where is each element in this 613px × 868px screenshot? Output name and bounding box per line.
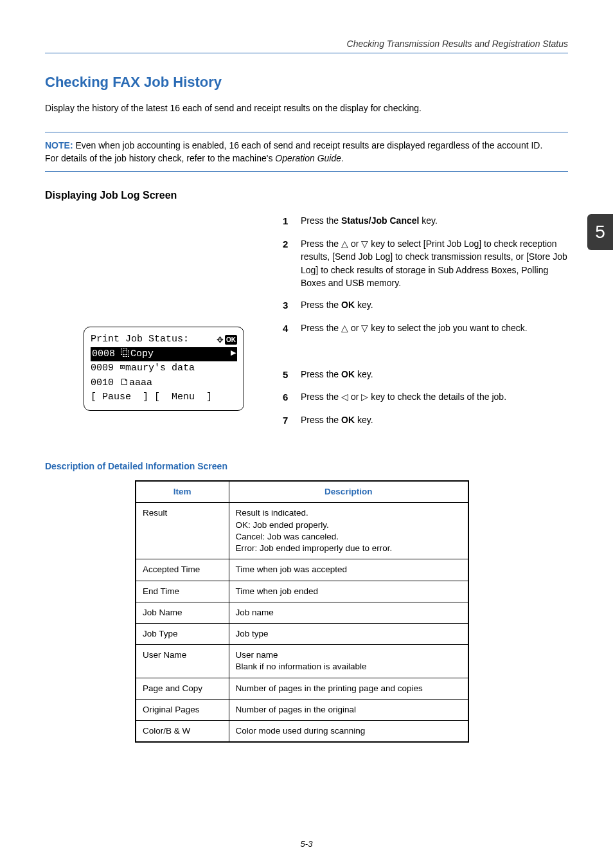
table-row: Accepted TimeTime when job was accepted: [136, 559, 468, 581]
note-text-2b: .: [341, 153, 344, 163]
table-header-row: Item Description: [136, 481, 468, 503]
step-1-text-a: Press the: [301, 215, 341, 226]
step-number: 7: [283, 413, 301, 428]
cell-desc: Number of pages in the printing page and…: [229, 678, 468, 699]
cell-item: Accepted Time: [136, 559, 229, 581]
step-6: 6 Press the ◁ or ▷ key to check the deta…: [283, 390, 568, 404]
cell-item: Job Name: [136, 602, 229, 623]
diamond-arrows-icon: ✥: [217, 334, 224, 347]
lcd-display: Print Job Status: ✥OK 0008 ⿻Copy ▶ 0009 …: [84, 327, 244, 411]
table-row: Job TypeJob type: [136, 623, 468, 644]
lcd-row-3: 0010 🗋aaaa: [91, 376, 237, 391]
step-5-key: OK: [341, 369, 355, 379]
table-row: ResultResult is indicated. OK: Job ended…: [136, 503, 468, 559]
step-1: 1 Press the Status/Job Cancel key.: [283, 214, 568, 228]
step-4: 4 Press the △ or ▽ key to select the job…: [283, 321, 568, 336]
cell-item: Result: [136, 503, 229, 559]
cell-item: Original Pages: [136, 699, 229, 720]
triangle-right-icon: ▶: [231, 347, 236, 362]
step-7: 7 Press the OK key.: [283, 413, 568, 428]
table-row: Page and CopyNumber of pages in the prin…: [136, 678, 468, 699]
info-table: Item Description ResultResult is indicat…: [135, 480, 469, 743]
running-header: Checking Transmission Results and Regist…: [45, 39, 568, 49]
note-block: NOTE: Even when job accounting is enable…: [45, 132, 568, 172]
lcd-row-1-text: 0008 ⿻Copy: [92, 347, 154, 362]
step-5-text-c: key.: [355, 369, 373, 379]
steps-list: 1 Press the Status/Job Cancel key. 2 Pre…: [283, 214, 568, 335]
cell-desc: Time when job ended: [229, 581, 468, 602]
cell-item: End Time: [136, 581, 229, 602]
cell-item: Page and Copy: [136, 678, 229, 699]
step-7-key: OK: [341, 415, 355, 425]
ok-badge-icon: OK: [225, 335, 237, 345]
step-7-text-a: Press the: [301, 415, 341, 425]
description-heading: Description of Detailed Information Scre…: [45, 461, 568, 471]
step-6-text: Press the ◁ or ▷ key to check the detail…: [301, 390, 568, 404]
step-number: 1: [283, 214, 301, 228]
page-number-footer: 5-3: [0, 839, 613, 849]
cell-desc: Job type: [229, 623, 468, 644]
step-5-text-a: Press the: [301, 369, 341, 379]
cell-desc: User name Blank if no information is ava…: [229, 645, 468, 678]
note-label: NOTE:: [45, 140, 73, 150]
table-row: Color/B & WColor mode used during scanni…: [136, 721, 468, 743]
header-rule: [45, 53, 568, 53]
step-2: 2 Press the △ or ▽ key to select [Print …: [283, 237, 568, 289]
col-head-item: Item: [136, 481, 229, 503]
step-number: 3: [283, 298, 301, 312]
cell-desc: Result is indicated. OK: Job ended prope…: [229, 503, 468, 559]
operation-guide-ref: Operation Guide: [275, 153, 341, 163]
subheading: Displaying Job Log Screen: [45, 190, 568, 201]
table-row: Job NameJob name: [136, 602, 468, 623]
step-number: 6: [283, 390, 301, 404]
step-2-text: Press the △ or ▽ key to select [Print Jo…: [301, 237, 568, 289]
step-number: 2: [283, 237, 301, 289]
steps-list-continued: 5 Press the OK key. 6 Press the ◁ or ▷ k…: [283, 368, 568, 428]
step-1-key: Status/Job Cancel: [341, 215, 419, 226]
note-text-2a: For details of the job history check, re…: [45, 153, 275, 163]
page-title: Checking FAX Job History: [45, 74, 568, 91]
cell-desc: Job name: [229, 602, 468, 623]
cell-desc: Number of pages in the original: [229, 699, 468, 720]
cell-desc: Time when job was accepted: [229, 559, 468, 581]
cell-item: Job Type: [136, 623, 229, 644]
table-row: User NameUser name Blank if no informati…: [136, 645, 468, 678]
cell-item: User Name: [136, 645, 229, 678]
intro-paragraph: Display the history of the latest 16 eac…: [45, 102, 568, 115]
step-number: 5: [283, 368, 301, 382]
step-3-key: OK: [341, 300, 355, 310]
step-3-text-a: Press the: [301, 300, 341, 310]
table-row: Original PagesNumber of pages in the ori…: [136, 699, 468, 720]
lcd-row-2: 0009 ⌧maury's data: [91, 361, 237, 376]
lcd-nav-ok-icon: ✥OK: [217, 334, 237, 347]
table-row: End TimeTime when job ended: [136, 581, 468, 602]
step-4-text: Press the △ or ▽ key to select the job y…: [301, 321, 568, 336]
lcd-title: Print Job Status:: [91, 332, 189, 347]
lcd-row-4: [ Pause ] [ Menu ]: [91, 390, 237, 405]
step-5: 5 Press the OK key.: [283, 368, 568, 382]
step-7-text-c: key.: [355, 415, 373, 425]
step-number: 4: [283, 321, 301, 336]
chapter-tab: 5: [587, 214, 613, 250]
cell-desc: Color mode used during scanning: [229, 721, 468, 743]
col-head-desc: Description: [229, 481, 468, 503]
note-text-1: Even when job accounting is enabled, 16 …: [73, 140, 543, 150]
step-3: 3 Press the OK key.: [283, 298, 568, 312]
step-3-text-c: key.: [355, 300, 373, 310]
cell-item: Color/B & W: [136, 721, 229, 743]
step-1-text-c: key.: [419, 215, 438, 226]
lcd-row-selected: 0008 ⿻Copy ▶: [91, 347, 237, 362]
